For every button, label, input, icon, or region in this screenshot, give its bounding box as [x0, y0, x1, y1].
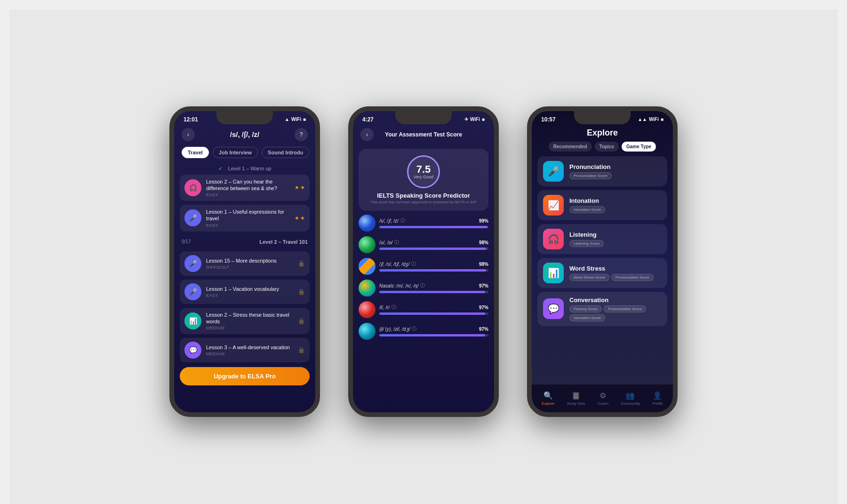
lesson-stars-2: ★ ★: [295, 215, 305, 221]
game-card-pronunciation[interactable]: 🎤 Pronunciation Pronunciation Score: [537, 156, 667, 186]
game-name-listening: Listening: [569, 231, 662, 238]
score-row[interactable]: /u/, /ʊ/ ⓘ 98%: [359, 236, 488, 253]
game-tags-listening: Listening Score: [569, 240, 662, 247]
bottom-nav: 🔍 Explore 📋 Study Sets ⚙ Coach 👥 Communi…: [532, 384, 673, 412]
game-name-intonation: Intonation: [569, 197, 662, 204]
score-info-3: /ʃ/, /s/, /tʃ/, /dʒ/ ⓘ 98%: [379, 261, 488, 272]
conversation-icon: 💬: [543, 298, 564, 319]
lesson-item[interactable]: 🎧 Lesson 2 – Can you hear the difference…: [180, 175, 310, 201]
progress-fill-5: [379, 312, 485, 315]
progress-bg-5: [379, 312, 488, 315]
explore-title: Explore: [532, 126, 673, 142]
game-tags-word-stress: Word Stress Score Pronunciation Score: [569, 274, 662, 281]
lesson-item[interactable]: 🎤 Lesson 1 – Useful expressions for trav…: [180, 205, 310, 232]
progress-fill-3: [379, 269, 486, 272]
level2-progress: 0/17: [182, 239, 191, 244]
score-info-2: /u/, /ʊ/ ⓘ 98%: [379, 239, 488, 250]
explore-nav-label: Explore: [542, 401, 554, 406]
game-card-conversation[interactable]: 💬 Conversation Fluency Score Pronunciati…: [537, 292, 667, 326]
lesson-name-5: Lesson 2 – Stress these basic travel wor…: [206, 312, 293, 325]
checkmark-icon: ✓: [218, 166, 223, 172]
tag-pronunciation-score-2: Pronunciation Score: [611, 274, 654, 281]
nav-explore[interactable]: 🔍 Explore: [538, 389, 558, 408]
tab-recommended[interactable]: Recommended: [549, 142, 592, 152]
ball-icon-6: [359, 323, 376, 340]
score-value: 7.5: [416, 164, 431, 175]
score-row[interactable]: /s/, /ʃ/, /z/ ⓘ 99%: [359, 215, 488, 232]
pct-3: 98%: [479, 262, 488, 267]
tab-game-type[interactable]: Game Type: [622, 142, 656, 152]
phoneme-4: Nasals: /m/, /n/, /ŋ/: [379, 283, 418, 288]
score-row[interactable]: /jl/ (y), /zl/, /dʒ/ ⓘ 97%: [359, 323, 488, 340]
progress-fill-2: [379, 248, 486, 250]
wifi-icon-3: WiFi: [649, 117, 659, 122]
score-row[interactable]: Nasals: /m/, /n/, /ŋ/ ⓘ 97%: [359, 280, 488, 296]
score-row[interactable]: /l/, /r/ ⓘ 97%: [359, 301, 488, 318]
score-info-5: /l/, /r/ ⓘ 97%: [379, 304, 488, 315]
pct-4: 97%: [479, 283, 488, 288]
nav-coach[interactable]: ⚙ Coach: [594, 389, 612, 408]
nav-study-sets[interactable]: 📋 Study Sets: [563, 389, 589, 408]
star-icon: ★: [300, 215, 305, 221]
info-button-1[interactable]: ?: [295, 128, 308, 141]
phoneme-5: /l/, /r/: [379, 305, 390, 310]
tag-word-stress-score: Word Stress Score: [569, 274, 609, 281]
tab-job-interview[interactable]: Job Interview: [213, 147, 258, 158]
phone2-title: Your Assessment Test Score: [385, 131, 462, 138]
tab-topics[interactable]: Topics: [595, 142, 619, 152]
time-1: 12:01: [184, 116, 198, 123]
ball-icon-3: [359, 258, 376, 275]
coach-nav-label: Coach: [598, 401, 608, 406]
back-button-1[interactable]: ‹: [182, 128, 195, 141]
upgrade-button[interactable]: Upgrade to ELSA Pro: [180, 367, 310, 385]
tab-sound-intro[interactable]: Sound Introdu: [262, 147, 309, 158]
score-row[interactable]: /ʃ/, /s/, /tʃ/, /dʒ/ ⓘ 98%: [359, 258, 488, 275]
nav-profile[interactable]: 👤 Profile: [648, 389, 667, 408]
score-card: 7.5 Very Good IELTS Speaking Score Predi…: [359, 149, 488, 211]
phone1-screen: 12:01 ▲ WiFi ■ ‹ /s/, /ʃ/, /z/ ? Travel …: [174, 111, 315, 412]
lock-icon: 🔒: [298, 260, 305, 267]
score-circle: 7.5 Very Good: [407, 155, 440, 188]
status-bar-2: 4:27 ✈ WiFi ■: [353, 111, 494, 126]
tab-row-1: Travel Job Interview Sound Introdu: [174, 145, 315, 163]
lesson-name-2: Lesson 1 – Useful expressions for travel: [206, 208, 290, 222]
battery-icon-3: ■: [661, 117, 663, 122]
score-info-6: /jl/ (y), /zl/, /dʒ/ ⓘ 97%: [379, 326, 488, 336]
phone2-screen: 4:27 ✈ WiFi ■ ‹ Your Assessment Test Sco…: [353, 111, 494, 412]
game-card-word-stress[interactable]: 📊 Word Stress Word Stress Score Pronunci…: [537, 258, 667, 288]
word-stress-icon: 📊: [543, 263, 564, 283]
phoneme-1: /s/, /ʃ/, /z/: [379, 218, 399, 224]
wifi-icon: WiFi: [291, 117, 301, 122]
phoneme-6: /jl/ (y), /zl/, /dʒ/: [379, 327, 410, 332]
lesson-stars-1: ★ ★: [295, 184, 305, 191]
main-container: 12:01 ▲ WiFi ■ ‹ /s/, /ʃ/, /z/ ? Travel …: [9, 9, 838, 504]
game-card-listening[interactable]: 🎧 Listening Listening Score: [537, 224, 667, 254]
game-info-conversation: Conversation Fluency Score Pronunciation…: [569, 296, 662, 321]
profile-nav-label: Profile: [652, 401, 663, 406]
wifi-icon-2: WiFi: [470, 117, 480, 122]
game-card-intonation[interactable]: 📈 Intonation Intonation Score: [537, 190, 667, 220]
pct-2: 98%: [479, 240, 488, 245]
lesson-name-1: Lesson 2 – Can you hear the difference b…: [206, 178, 290, 192]
battery-icon: ■: [303, 117, 306, 122]
back-button-2[interactable]: ‹: [360, 128, 374, 141]
status-bar-1: 12:01 ▲ WiFi ■: [174, 111, 315, 126]
lesson-info-4: Lesson 1 – Vacation vocabulary EASY: [206, 286, 293, 298]
predictor-sub: This score has not been approved or endo…: [365, 200, 482, 204]
predictor-title: IELTS Speaking Score Predictor: [365, 192, 482, 199]
ball-icon-4: [359, 280, 376, 296]
ball-icon-1: [359, 215, 376, 232]
phone1-title: /s/, /ʃ/, /z/: [230, 130, 260, 139]
info-icon-3: ⓘ: [411, 261, 416, 267]
nav-community[interactable]: 👥 Community: [617, 389, 643, 408]
listening-icon: 🎧: [543, 229, 564, 249]
phoneme-2: /u/, /ʊ/: [379, 240, 392, 245]
progress-fill-4: [379, 291, 485, 293]
explore-tabs: Recommended Topics Game Type: [532, 142, 673, 156]
lesson-name-4: Lesson 1 – Vacation vocabulary: [206, 286, 293, 292]
pct-1: 99%: [479, 218, 488, 224]
game-tags-pronunciation: Pronunciation Score: [569, 172, 662, 179]
phone3-screen: 10:57 ▲▲ WiFi ■ Explore Recommended Topi…: [532, 111, 673, 412]
pronunciation-icon: 🎤: [543, 161, 564, 182]
tab-travel[interactable]: Travel: [182, 147, 209, 158]
